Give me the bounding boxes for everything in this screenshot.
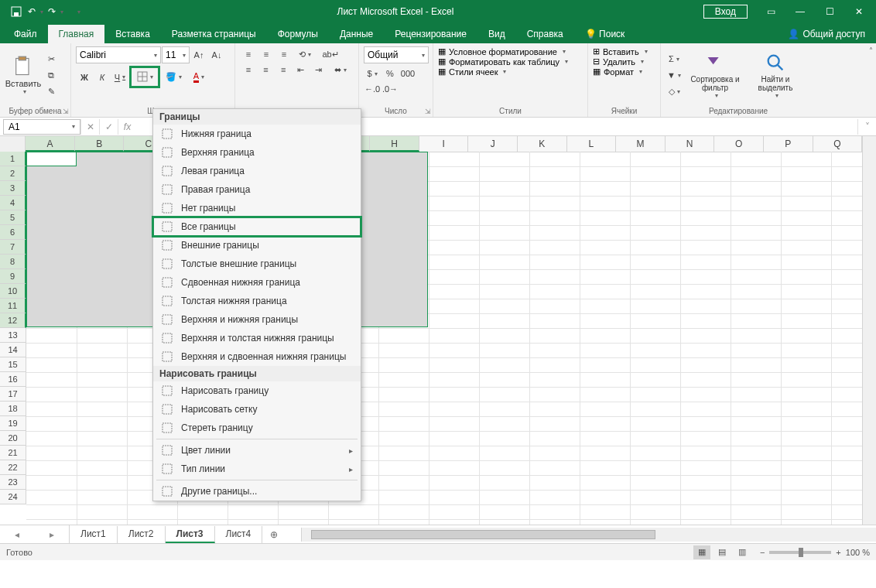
fill-color-button[interactable]: 🪣▾	[161, 70, 186, 85]
border-menu-item[interactable]: Верхняя граница	[153, 143, 361, 162]
find-select-button[interactable]: Найти и выделить▾	[748, 46, 803, 104]
row-header[interactable]: 12	[0, 313, 26, 328]
column-header[interactable]: N	[666, 136, 715, 152]
row-header[interactable]: 1	[0, 152, 26, 166]
percent-format-icon[interactable]: %	[382, 66, 399, 81]
border-menu-item[interactable]: Все границы	[153, 217, 361, 236]
row-header[interactable]: 7	[0, 240, 26, 255]
row-header[interactable]: 19	[0, 416, 26, 431]
zoom-slider[interactable]	[769, 551, 831, 554]
insert-cells-button[interactable]: ⊞ Вставить▾	[593, 46, 655, 56]
column-header[interactable]: M	[616, 136, 666, 152]
zoom-out-icon[interactable]: −	[760, 548, 765, 557]
border-menu-item[interactable]: Нарисовать границу	[153, 381, 361, 400]
tab-layout[interactable]: Разметка страницы	[161, 25, 267, 43]
border-menu-item[interactable]: Верхняя и нижняя границы	[153, 310, 361, 329]
expand-formula-bar-icon[interactable]: ˅	[857, 119, 876, 135]
column-header[interactable]: O	[714, 136, 764, 152]
qat-more-icon[interactable]: ▾	[70, 3, 87, 20]
align-bottom-icon[interactable]: ≡	[275, 46, 293, 62]
view-page-break-icon[interactable]: ▥	[734, 545, 751, 559]
borders-button[interactable]: ▾	[132, 69, 157, 84]
border-menu-item[interactable]: Тип линии▸	[153, 460, 361, 478]
search-button[interactable]: 💡 Поиск	[574, 25, 636, 43]
sheet-nav-next-icon[interactable]: ▸	[50, 529, 54, 540]
redo-icon[interactable]: ↷▾	[48, 3, 65, 20]
tab-review[interactable]: Рецензирование	[384, 25, 477, 43]
sheet-tab[interactable]: Лист4	[215, 526, 263, 543]
align-right-icon[interactable]: ≡	[275, 62, 292, 77]
spreadsheet-grid[interactable]: ABCDEFGHIJKLMNOPQ 1234567891011121314151…	[0, 136, 876, 525]
row-header[interactable]: 17	[0, 387, 26, 402]
clipboard-launcher-icon[interactable]: ⇲	[63, 108, 69, 115]
sheet-tab[interactable]: Лист3	[166, 526, 215, 543]
wrap-text-icon[interactable]: ab↵	[317, 46, 344, 62]
column-header[interactable]: H	[370, 136, 419, 152]
row-header[interactable]: 10	[0, 284, 26, 299]
decrease-decimal-icon[interactable]: .0→	[382, 81, 399, 97]
row-header[interactable]: 21	[0, 446, 26, 460]
decrease-font-icon[interactable]: A↓	[208, 47, 225, 63]
accounting-format-icon[interactable]: $▾	[364, 66, 381, 81]
share-button[interactable]: 👤 Общий доступ	[777, 25, 876, 43]
border-menu-item[interactable]: Верхняя и толстая нижняя границы	[153, 329, 361, 347]
border-menu-item[interactable]: Сдвоенная нижняя граница	[153, 273, 361, 292]
increase-font-icon[interactable]: A↑	[190, 47, 207, 63]
sheet-nav-prev-icon[interactable]: ◂	[15, 529, 19, 540]
row-header[interactable]: 2	[0, 166, 26, 181]
row-header[interactable]: 11	[0, 299, 26, 313]
column-header[interactable]: Q	[813, 136, 863, 152]
ribbon-display-icon[interactable]: ▭	[757, 3, 785, 20]
border-menu-item[interactable]: Толстые внешние границы	[153, 255, 361, 273]
fx-icon[interactable]: fx	[118, 119, 136, 135]
italic-button[interactable]: К	[94, 70, 111, 85]
row-header[interactable]: 18	[0, 402, 26, 416]
cancel-formula-icon[interactable]: ✕	[80, 119, 99, 135]
copy-icon[interactable]: ⧉	[43, 67, 60, 83]
tab-insert[interactable]: Вставка	[104, 25, 161, 43]
font-size-combo[interactable]: 11▾	[162, 46, 190, 63]
tab-formulas[interactable]: Формулы	[267, 25, 329, 43]
sort-filter-button[interactable]: Сортировка и фильтр▾	[687, 46, 743, 104]
sheet-tab[interactable]: Лист2	[118, 526, 166, 543]
column-header[interactable]: I	[419, 136, 469, 152]
border-menu-item[interactable]: Цвет линии▸	[153, 441, 361, 460]
align-middle-icon[interactable]: ≡	[258, 46, 275, 62]
fill-icon[interactable]: ▼▾	[666, 67, 683, 83]
border-menu-item[interactable]: Верхняя и сдвоенная нижняя границы	[153, 347, 361, 366]
view-normal-icon[interactable]: ▦	[693, 545, 710, 559]
row-header[interactable]: 24	[0, 490, 26, 504]
underline-button[interactable]: Ч▾	[111, 70, 128, 85]
cells-area[interactable]	[26, 152, 862, 525]
zoom-level[interactable]: 100 %	[846, 548, 870, 557]
tab-help[interactable]: Справка	[516, 25, 574, 43]
border-menu-item[interactable]: Стереть границу	[153, 419, 361, 437]
border-menu-item[interactable]: Внешние границы	[153, 236, 361, 255]
row-header[interactable]: 23	[0, 475, 26, 490]
undo-icon[interactable]: ↶▾	[28, 3, 45, 20]
horizontal-scrollbar[interactable]	[301, 528, 876, 542]
tab-home[interactable]: Главная	[48, 25, 105, 43]
add-sheet-button[interactable]: ⊕	[262, 529, 286, 540]
format-as-table-button[interactable]: ▦ Форматировать как таблицу▾	[438, 56, 583, 67]
increase-decimal-icon[interactable]: ←.0	[364, 81, 381, 97]
signin-button[interactable]: Вход	[703, 5, 748, 19]
row-header[interactable]: 22	[0, 460, 26, 475]
row-header[interactable]: 8	[0, 255, 26, 269]
column-header[interactable]: A	[26, 136, 75, 152]
delete-cells-button[interactable]: ⊟ Удалить▾	[593, 56, 655, 67]
view-page-layout-icon[interactable]: ▤	[713, 545, 731, 559]
number-launcher-icon[interactable]: ⇲	[425, 108, 431, 115]
vertical-scrollbar[interactable]	[862, 136, 876, 525]
border-menu-item[interactable]: Нет границы	[153, 199, 361, 217]
save-icon[interactable]	[8, 3, 25, 20]
column-header[interactable]: B	[75, 136, 125, 152]
select-all-corner[interactable]	[0, 136, 26, 152]
paste-button[interactable]: Вставить▾	[5, 46, 42, 104]
border-menu-item[interactable]: Толстая нижняя граница	[153, 292, 361, 310]
sheet-tab[interactable]: Лист1	[70, 526, 118, 543]
tab-file[interactable]: Файл	[3, 25, 48, 43]
conditional-formatting-button[interactable]: ▦ Условное форматирование▾	[438, 46, 583, 56]
maximize-icon[interactable]: ☐	[816, 3, 843, 20]
orientation-icon[interactable]: ⟲▾	[293, 46, 317, 62]
